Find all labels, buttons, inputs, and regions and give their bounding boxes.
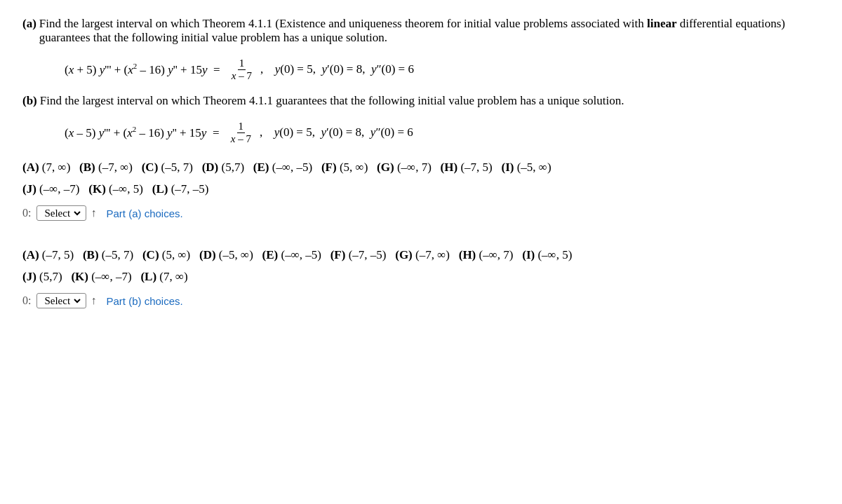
answer-row-a: 0: Select A B C D E F G H I J K L ↑ Part… — [22, 205, 820, 221]
part-b-header: (b) Find the largest interval on which T… — [22, 94, 820, 108]
answer-a-prefix: 0: — [22, 207, 31, 219]
eq-a-conditions: y(0) = 5, y′(0) = 8, y″(0) = 6 — [269, 62, 414, 76]
eq-b-denominator: x – 7 — [229, 133, 253, 145]
eq-a-fraction: 1 x – 7 — [230, 57, 253, 81]
part-a-link[interactable]: Part (a) choices. — [106, 207, 182, 219]
select-a[interactable]: Select A B C D E F G H I J K L — [40, 207, 83, 219]
choices-b-block: (A) (–7, 5) (B) (–5, 7) (C) (5, ∞) (D) (… — [22, 245, 820, 287]
equation-b: (x – 5) y''' + (x2 – 16) y'' + 15y = 1 x… — [65, 121, 820, 144]
part-b-link[interactable]: Part (b) choices. — [106, 295, 182, 307]
select-b[interactable]: Select A B C D E F G H I J K L — [40, 294, 83, 307]
eq-a-numerator: 1 — [238, 57, 246, 70]
choices-b-row1: (A) (–7, 5) (B) (–5, 7) (C) (5, ∞) (D) (… — [22, 245, 820, 266]
eq-b-comma: , — [260, 125, 262, 139]
part-a-section: (a) Find the largest interval on which T… — [22, 17, 820, 144]
part-b-text: Find the largest interval on which Theor… — [40, 94, 624, 108]
eq-b-numerator: 1 — [237, 121, 246, 133]
part-a-bold: linear — [647, 17, 677, 30]
choices-a-row1: (A) (7, ∞) (B) (–7, ∞) (C) (–5, 7) (D) (… — [22, 157, 820, 179]
choices-block: (A) (7, ∞) (B) (–7, ∞) (C) (–5, 7) (D) (… — [22, 157, 820, 200]
eq-b-fraction: 1 x – 7 — [229, 121, 253, 144]
choices-a-row2: (J) (–∞, –7) (K) (–∞, 5) (L) (–7, –5) — [22, 179, 820, 200]
equation-a: (x + 5) y''' + (x2 – 16) y'' + 15y = 1 x… — [65, 57, 820, 81]
select-b-wrapper[interactable]: Select A B C D E F G H I J K L — [36, 293, 86, 308]
choices-b-row2: (J) (5,7) (K) (–∞, –7) (L) (7, ∞) — [22, 266, 820, 288]
eq-a-denominator: x – 7 — [230, 70, 253, 82]
eq-a-comma: , — [260, 62, 263, 76]
arrow-up-b: ↑ — [91, 294, 96, 307]
answer-row-b: 0: Select A B C D E F G H I J K L ↑ Part… — [22, 293, 820, 308]
arrow-up-a: ↑ — [91, 207, 96, 219]
part-a-label: (a) — [22, 17, 36, 31]
part-a-header: (a) Find the largest interval on which T… — [22, 17, 820, 45]
select-a-wrapper[interactable]: Select A B C D E F G H I J K L — [36, 205, 86, 221]
answer-b-prefix: 0: — [22, 294, 31, 307]
part-a-text: Find the largest interval on which Theor… — [39, 17, 820, 45]
part-b-label: (b) — [22, 94, 37, 108]
eq-b-left: (x – 5) y''' + (x2 – 16) y'' + 15y = — [65, 125, 222, 140]
eq-a-left: (x + 5) y''' + (x2 – 16) y'' + 15y = — [65, 62, 223, 77]
eq-b-conditions: y(0) = 5, y′(0) = 8, y″(0) = 6 — [268, 125, 413, 139]
